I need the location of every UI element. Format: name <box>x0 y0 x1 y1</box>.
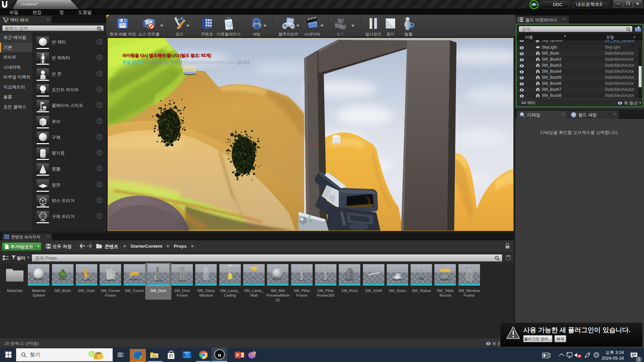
svg-text:u: u <box>228 23 230 26</box>
svg-text:u: u <box>218 352 221 358</box>
svg-text:P: P <box>236 353 239 358</box>
